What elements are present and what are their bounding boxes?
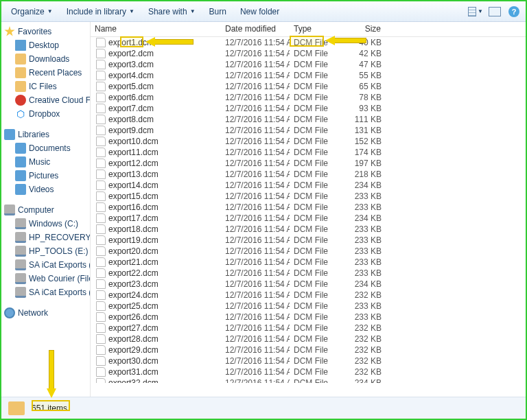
drive-icon (15, 218, 26, 229)
nav-pictures[interactable]: Pictures (1, 169, 90, 183)
file-date: 12/7/2016 11:54 AM (221, 345, 290, 355)
nav-icfiles[interactable]: IC Files (1, 80, 90, 93)
nav-drive-e[interactable]: HP_TOOLS (E:) (1, 244, 90, 258)
file-row[interactable]: export4.dcm12/7/2016 11:54 AMDCM File55 … (91, 70, 526, 81)
nav-creativecloud[interactable]: Creative Cloud Files (1, 93, 90, 107)
file-row[interactable]: export19.dcm12/7/2016 11:54 AMDCM File23… (91, 235, 526, 246)
nav-dropbox[interactable]: ⬡Dropbox (1, 107, 90, 121)
file-row[interactable]: export14.dcm12/7/2016 11:54 AMDCM File23… (91, 180, 526, 191)
file-row[interactable]: export26.dcm12/7/2016 11:54 AMDCM File23… (91, 312, 526, 323)
new-folder-button[interactable]: New folder (235, 5, 285, 19)
col-size[interactable]: Size (344, 22, 386, 36)
file-icon (96, 82, 106, 91)
file-row[interactable]: export22.dcm12/7/2016 11:54 AMDCM File23… (91, 268, 526, 279)
file-type: DCM File (290, 345, 344, 355)
file-row[interactable]: export3.dcm12/7/2016 11:54 AMDCM File47 … (91, 59, 526, 70)
navigation-pane: Favorites Desktop Downloads Recent Place… (1, 22, 91, 398)
col-type[interactable]: Type (290, 22, 344, 36)
file-name: export14.dcm (108, 180, 159, 190)
file-row[interactable]: export15.dcm12/7/2016 11:54 AMDCM File23… (91, 191, 526, 202)
file-row[interactable]: export21.dcm12/7/2016 11:54 AMDCM File23… (91, 257, 526, 268)
include-library-button[interactable]: Include in library▼ (61, 5, 140, 19)
newfolder-label: New folder (240, 7, 279, 16)
file-row[interactable]: export31.dcm12/7/2016 11:54 AMDCM File23… (91, 366, 526, 377)
nav-drive-s[interactable]: SA iCat Exports (S:) (1, 258, 90, 272)
file-type: DCM File (290, 246, 344, 256)
file-icon (96, 115, 106, 124)
file-row[interactable]: export2.dcm12/7/2016 11:54 AMDCM File42 … (91, 48, 526, 59)
file-date: 12/7/2016 11:54 AM (221, 301, 290, 311)
file-row[interactable]: export32.dcm12/7/2016 11:54 AMDCM File23… (91, 377, 526, 383)
file-name: export23.dcm (108, 279, 159, 289)
file-row[interactable]: export29.dcm12/7/2016 11:54 AMDCM File23… (91, 345, 526, 355)
file-row[interactable]: export28.dcm12/7/2016 11:54 AMDCM File23… (91, 334, 526, 345)
file-row[interactable]: export20.dcm12/7/2016 11:54 AMDCM File23… (91, 246, 526, 257)
burn-button[interactable]: Burn (204, 5, 232, 19)
file-row[interactable]: export16.dcm12/7/2016 11:54 AMDCM File23… (91, 202, 526, 213)
file-row[interactable]: export13.dcm12/7/2016 11:54 AMDCM File21… (91, 169, 526, 180)
file-row[interactable]: export9.dcm12/7/2016 11:54 AMDCM File131… (91, 125, 526, 136)
file-date: 12/7/2016 11:54 AM (221, 378, 290, 383)
file-type: DCM File (290, 38, 344, 47)
item-count: 651 items (32, 404, 67, 413)
file-row[interactable]: export23.dcm12/7/2016 11:54 AMDCM File23… (91, 279, 526, 290)
help-button[interactable]: ? (506, 4, 522, 19)
nav-drive-c[interactable]: Windows (C:) (1, 217, 90, 231)
file-row[interactable]: export12.dcm12/7/2016 11:54 AMDCM File19… (91, 158, 526, 169)
computer-header[interactable]: Computer (1, 203, 90, 217)
file-date: 12/7/2016 11:54 AM (221, 148, 290, 157)
file-row[interactable]: export11.dcm12/7/2016 11:54 AMDCM File17… (91, 147, 526, 158)
file-row[interactable]: export25.dcm12/7/2016 11:54 AMDCM File23… (91, 301, 526, 312)
file-type: DCM File (290, 115, 344, 124)
file-icon (96, 224, 106, 234)
file-size: 233 KB (344, 268, 386, 278)
file-name: export9.dcm (108, 126, 154, 135)
desktop-icon (15, 40, 26, 51)
col-name[interactable]: Name (91, 22, 221, 36)
drive-icon (15, 232, 26, 243)
col-date[interactable]: Date modified (221, 22, 290, 36)
favorites-header[interactable]: Favorites (1, 25, 90, 38)
file-icon (96, 213, 106, 223)
column-headers: Name Date modified Type Size (91, 22, 526, 37)
file-type: DCM File (290, 268, 344, 278)
file-row[interactable]: export5.dcm12/7/2016 11:54 AMDCM File65 … (91, 81, 526, 92)
file-row[interactable]: export27.dcm12/7/2016 11:54 AMDCM File23… (91, 323, 526, 334)
file-size: 232 KB (344, 367, 386, 377)
file-name: export29.dcm (108, 345, 159, 355)
drive-icon (15, 273, 26, 284)
file-row[interactable]: export10.dcm12/7/2016 11:54 AMDCM File15… (91, 136, 526, 147)
file-row[interactable]: export6.dcm12/7/2016 11:54 AMDCM File78 … (91, 92, 526, 103)
file-row[interactable]: export1.dcm12/7/2016 11:54 AMDCM File40 … (91, 37, 526, 48)
preview-pane-button[interactable] (487, 4, 502, 19)
nav-downloads[interactable]: Downloads (1, 52, 90, 66)
file-icon (96, 170, 106, 179)
nav-recent[interactable]: Recent Places (1, 66, 90, 80)
organize-button[interactable]: Organize▼ (5, 5, 58, 19)
file-rows[interactable]: export1.dcm12/7/2016 11:54 AMDCM File40 … (91, 37, 526, 383)
libraries-header[interactable]: Libraries (1, 128, 90, 141)
nav-documents[interactable]: Documents (1, 141, 90, 155)
file-type: DCM File (290, 257, 344, 267)
share-with-button[interactable]: Share with▼ (143, 5, 201, 19)
file-size: 234 KB (344, 213, 386, 223)
file-row[interactable]: export24.dcm12/7/2016 11:54 AMDCM File23… (91, 290, 526, 301)
file-name: export1.dcm (108, 38, 154, 47)
file-row[interactable]: export17.dcm12/7/2016 11:54 AMDCM File23… (91, 213, 526, 224)
view-mode-button[interactable]: ▼ (468, 4, 483, 19)
chevron-down-icon: ▼ (478, 8, 483, 14)
videos-icon (15, 184, 26, 195)
network-header[interactable]: Network (1, 306, 90, 320)
file-row[interactable]: export7.dcm12/7/2016 11:54 AMDCM File93 … (91, 103, 526, 114)
file-row[interactable]: export30.dcm12/7/2016 11:54 AMDCM File23… (91, 355, 526, 366)
nav-videos[interactable]: Videos (1, 183, 90, 196)
nav-drive-x[interactable]: SA iCat Exports (X:) (1, 285, 90, 299)
nav-music[interactable]: Music (1, 155, 90, 169)
file-row[interactable]: export8.dcm12/7/2016 11:54 AMDCM File111… (91, 114, 526, 125)
folder-icon (15, 67, 26, 78)
nav-desktop[interactable]: Desktop (1, 38, 90, 52)
nav-webcourier[interactable]: Web Courier (FileTra (1, 272, 90, 285)
file-type: DCM File (290, 71, 344, 80)
file-row[interactable]: export18.dcm12/7/2016 11:54 AMDCM File23… (91, 224, 526, 235)
nav-drive-d[interactable]: HP_RECOVERY (D:) (1, 231, 90, 244)
